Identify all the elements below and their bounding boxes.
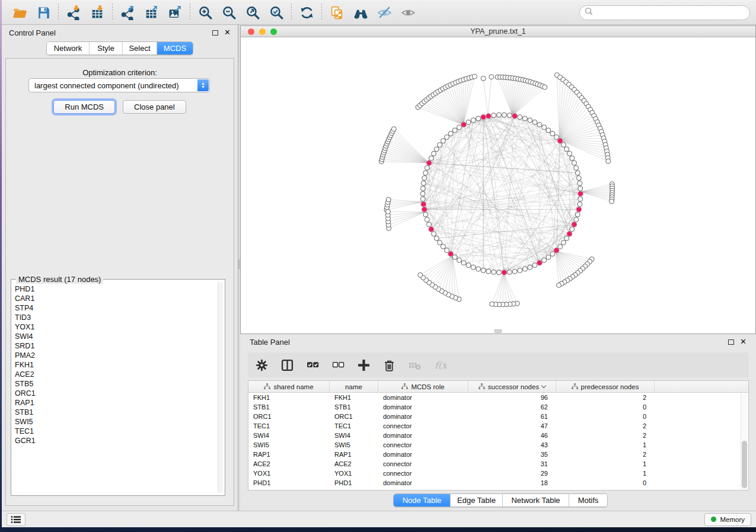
close-panel-button[interactable]: Close panel (123, 100, 186, 114)
table-settings-button[interactable] (254, 357, 269, 373)
new-network-from-selection-button[interactable] (325, 2, 349, 23)
save-session-button[interactable] (31, 2, 55, 23)
table-row[interactable]: ACE2ACE2connector311 (248, 459, 748, 469)
result-node[interactable]: STB1 (15, 408, 216, 417)
show-columns-button[interactable] (279, 357, 295, 373)
search-box[interactable] (579, 5, 750, 20)
float-table-panel-icon[interactable] (728, 339, 734, 345)
table-tab-motifs[interactable]: Motifs (569, 494, 607, 507)
toolbar-separator (58, 4, 59, 21)
tab-select[interactable]: Select (123, 42, 157, 55)
table-settings-icon (256, 359, 268, 371)
result-node[interactable]: SRD1 (15, 341, 216, 351)
tab-mcds[interactable]: MCDS (157, 42, 193, 55)
delete-column-icon (383, 359, 395, 371)
run-mcds-button[interactable]: Run MCDS (53, 100, 115, 114)
criterion-dropdown[interactable]: largest connected component (undirected)… (28, 78, 210, 92)
svg-text:f(x): f(x) (435, 359, 446, 370)
column-header-MCDS-role[interactable]: MCDS role (378, 381, 468, 392)
import-table-from-file-icon (90, 5, 105, 20)
desktop-wallpaper: Control Panel ✕ NetworkStyleSelectMCDS O… (0, 0, 756, 532)
table-tab-network-table[interactable]: Network Table (503, 494, 569, 507)
table-row[interactable]: ORC1ORC1dominator610 (248, 412, 748, 421)
table-row[interactable]: RAP1RAP1dominator352 (248, 450, 748, 459)
table-tab-node-table[interactable]: Node Table (394, 494, 451, 507)
tab-style[interactable]: Style (90, 42, 123, 55)
column-header-name[interactable]: name (330, 381, 378, 392)
result-list-scrollbar[interactable] (218, 282, 223, 493)
result-node[interactable]: STP4 (15, 303, 216, 313)
horizontal-splitter-handle[interactable] (495, 329, 502, 333)
result-node[interactable]: TEC1 (15, 427, 216, 436)
memory-label: Memory (720, 516, 745, 523)
result-node[interactable]: STB5 (15, 379, 216, 389)
export-network-icon (120, 5, 135, 20)
result-node[interactable]: RAP1 (15, 398, 216, 408)
network-graph[interactable] (241, 37, 755, 334)
task-history-button[interactable] (7, 513, 25, 526)
hide-selected-button[interactable] (372, 2, 396, 23)
import-network-from-file-icon (66, 5, 81, 20)
network-canvas[interactable] (241, 37, 755, 334)
result-node[interactable]: ACE2 (15, 370, 216, 379)
network-title: YPA_prune.txt_1 (241, 27, 755, 36)
search-input[interactable] (593, 8, 745, 17)
float-panel-icon[interactable] (212, 30, 218, 36)
import-table-from-file-button[interactable] (85, 2, 109, 23)
search-icon (585, 7, 593, 18)
result-node[interactable]: SWI4 (15, 332, 216, 341)
open-session-button[interactable] (8, 2, 31, 23)
result-node[interactable]: GCR1 (15, 436, 216, 446)
result-node[interactable]: TID3 (15, 313, 216, 322)
show-columns-icon (281, 359, 294, 371)
table-row[interactable]: TEC1TEC1connector472 (248, 421, 748, 431)
result-node[interactable]: SWI5 (15, 417, 216, 427)
table-row[interactable]: SWI4SWI4dominator462 (248, 431, 748, 440)
export-image-icon (168, 5, 183, 20)
show-all-button[interactable] (396, 2, 420, 23)
apply-preferred-layout-button[interactable] (295, 2, 318, 23)
import-network-from-file-button[interactable] (62, 2, 85, 23)
table-row[interactable]: YOX1YOX1connector291 (248, 469, 748, 478)
table-row[interactable]: PHD1PHD1dominator180 (248, 478, 748, 488)
table-header-row: shared namenameMCDS rolesuccessor nodesp… (248, 381, 748, 393)
result-node[interactable]: FKH1 (15, 360, 216, 370)
tab-network[interactable]: Network (47, 42, 90, 55)
column-header-successor-nodes[interactable]: successor nodes (468, 381, 556, 392)
table-row[interactable]: SWI5SWI5connector431 (248, 440, 748, 450)
memory-button[interactable]: Memory (704, 513, 751, 526)
column-header-shared-name[interactable]: shared name (248, 381, 330, 392)
control-panel-tabs: NetworkStyleSelectMCDS (46, 41, 193, 55)
mcds-panel: Optimization criterion: largest connecte… (5, 58, 234, 506)
result-node[interactable]: PMA2 (15, 351, 216, 360)
close-panel-icon[interactable]: ✕ (224, 30, 231, 36)
table-tab-edge-table[interactable]: Edge Table (451, 494, 503, 507)
table-scrollbar-thumb[interactable] (742, 441, 747, 488)
zoom-selected-region-button[interactable] (264, 2, 288, 23)
toolbar-separator (112, 4, 113, 21)
table-row[interactable]: STB1STB1dominator620 (248, 402, 748, 412)
delete-table-icon (409, 359, 421, 371)
status-bar: Memory (2, 511, 756, 527)
result-node[interactable]: PHD1 (15, 284, 216, 294)
zoom-out-button[interactable] (217, 2, 241, 23)
delete-column-button[interactable] (381, 357, 397, 373)
open-session-icon (12, 5, 27, 20)
export-network-button[interactable] (116, 2, 139, 23)
export-image-button[interactable] (163, 2, 187, 23)
export-table-button[interactable] (139, 2, 163, 23)
first-neighbors-button[interactable] (349, 2, 372, 23)
column-header-predecessor-nodes[interactable]: predecessor nodes (556, 381, 655, 392)
mcds-result-list: PHD1CAR1STP4TID3YOX1SWI4SRD1PMA2FKH1ACE2… (15, 284, 216, 493)
zoom-in-button[interactable] (193, 2, 217, 23)
table-scrollbar[interactable] (741, 393, 748, 489)
add-column-button[interactable] (356, 357, 371, 373)
deselect-all-button[interactable] (330, 357, 346, 373)
result-node[interactable]: ORC1 (15, 389, 216, 398)
close-table-panel-icon[interactable]: ✕ (740, 339, 747, 345)
table-row[interactable]: FKH1FKH1dominator962 (248, 393, 748, 402)
zoom-fit-content-button[interactable] (241, 2, 264, 23)
result-node[interactable]: YOX1 (15, 322, 216, 332)
result-node[interactable]: CAR1 (15, 294, 216, 303)
select-all-button[interactable] (305, 357, 320, 373)
